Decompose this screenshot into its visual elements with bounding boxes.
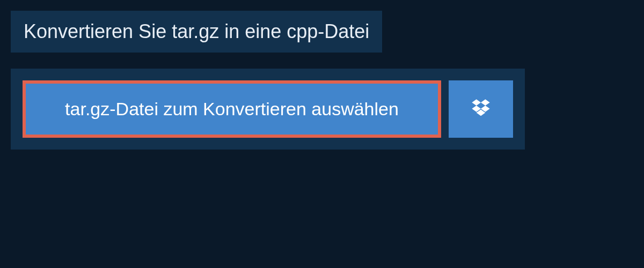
converter-container: Konvertieren Sie tar.gz in eine cpp-Date… bbox=[0, 0, 644, 160]
dropbox-icon bbox=[470, 98, 492, 121]
dropbox-button[interactable] bbox=[449, 80, 513, 138]
page-title: Konvertieren Sie tar.gz in eine cpp-Date… bbox=[24, 20, 369, 43]
select-file-button[interactable]: tar.gz-Datei zum Konvertieren auswählen bbox=[23, 80, 441, 138]
title-bar: Konvertieren Sie tar.gz in eine cpp-Date… bbox=[11, 11, 382, 53]
select-file-label: tar.gz-Datei zum Konvertieren auswählen bbox=[65, 99, 399, 120]
upload-panel: tar.gz-Datei zum Konvertieren auswählen bbox=[11, 69, 525, 150]
